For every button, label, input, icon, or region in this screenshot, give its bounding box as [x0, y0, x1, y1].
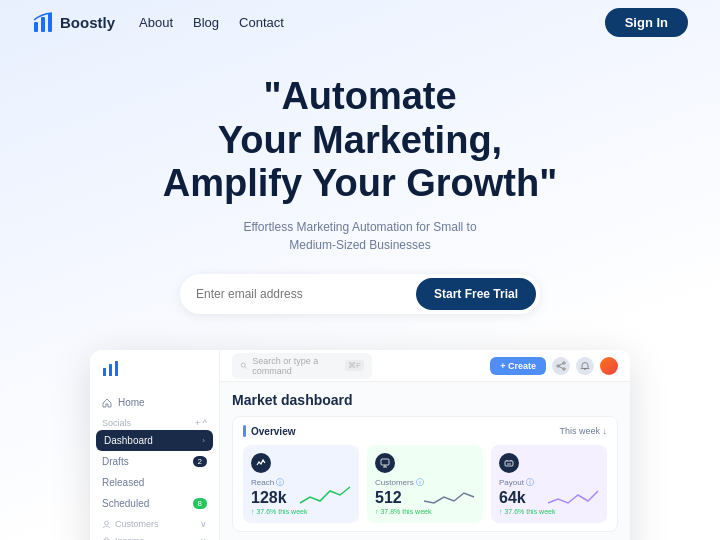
- search-icon: [240, 361, 247, 370]
- svg-point-11: [557, 364, 559, 366]
- metric-card-customers: Customers ⓘ 512 ↑ 37.8% this week: [367, 445, 483, 523]
- svg-point-6: [105, 521, 109, 525]
- logo-icon: [32, 12, 54, 34]
- dashboard-preview: Home Socials + ^ Dashboard › Drafts 2 Re…: [90, 350, 630, 540]
- search-placeholder: Search or type a command: [252, 356, 340, 376]
- sign-in-button[interactable]: Sign In: [605, 8, 688, 37]
- share-icon[interactable]: [552, 357, 570, 375]
- chevron-right-icon: ›: [202, 436, 205, 445]
- svg-line-14: [559, 366, 563, 368]
- home-icon: [102, 398, 112, 408]
- navbar-left: Boostly About Blog Contact: [32, 12, 284, 34]
- metric-card-payout: Payout ⓘ 64k ↑ 37.6% this week: [491, 445, 607, 523]
- this-week-selector[interactable]: This week ↓: [559, 426, 607, 436]
- dash-logo-icon: [102, 360, 120, 378]
- nav-contact[interactable]: Contact: [239, 15, 284, 30]
- sidebar-item-scheduled[interactable]: Scheduled 8: [90, 493, 219, 514]
- customers-metric-icon: [375, 453, 395, 473]
- dashboard-title: Market dashboard: [232, 392, 618, 408]
- payout-icon: [504, 458, 514, 468]
- dash-inner: Home Socials + ^ Dashboard › Drafts 2 Re…: [90, 350, 630, 540]
- svg-line-9: [245, 367, 247, 369]
- user-avatar[interactable]: [600, 357, 618, 375]
- svg-point-8: [241, 363, 245, 367]
- sidebar-item-dashboard[interactable]: Dashboard ›: [96, 430, 213, 451]
- sidebar-income-section[interactable]: Income ∨: [90, 531, 219, 540]
- monitor-icon: [380, 458, 390, 468]
- svg-rect-15: [381, 459, 389, 465]
- metrics-row: Reach ⓘ 128k ↑ 37.6% this week: [243, 445, 607, 523]
- customers-icon: [102, 520, 111, 529]
- dash-logo: [90, 360, 219, 392]
- nav-about[interactable]: About: [139, 15, 173, 30]
- navbar: Boostly About Blog Contact Sign In: [0, 0, 720, 45]
- metric-card-reach: Reach ⓘ 128k ↑ 37.6% this week: [243, 445, 359, 523]
- dash-main: Search or type a command ⌘F + Create: [220, 350, 630, 540]
- dash-topbar: Search or type a command ⌘F + Create: [220, 350, 630, 382]
- svg-rect-4: [109, 364, 112, 376]
- search-kbd: ⌘F: [345, 360, 364, 371]
- sidebar-item-drafts[interactable]: Drafts 2: [90, 451, 219, 472]
- hero-subtitle: Effortless Marketing Automation for Smal…: [20, 218, 700, 254]
- svg-point-10: [563, 361, 565, 363]
- sidebar-item-released[interactable]: Released: [90, 472, 219, 493]
- nav-links: About Blog Contact: [139, 15, 284, 30]
- nav-blog[interactable]: Blog: [193, 15, 219, 30]
- hero-title: "Automate Your Marketing, Amplify Your G…: [20, 75, 700, 206]
- scheduled-badge: 8: [193, 498, 207, 509]
- search-box[interactable]: Search or type a command ⌘F: [232, 353, 372, 379]
- svg-rect-18: [505, 461, 513, 466]
- sidebar-item-home[interactable]: Home: [90, 392, 219, 413]
- topbar-right: + Create: [490, 357, 618, 375]
- payout-metric-icon: [499, 453, 519, 473]
- svg-rect-2: [48, 13, 52, 32]
- svg-rect-0: [34, 22, 38, 32]
- logo-text: Boostly: [60, 14, 115, 31]
- overview-section: Overview This week ↓ Reach ⓘ: [232, 416, 618, 532]
- activity-icon: [256, 458, 266, 468]
- start-trial-button[interactable]: Start Free Trial: [416, 278, 536, 310]
- overview-label: Overview: [243, 425, 295, 437]
- hero-cta-form: Start Free Trial: [180, 274, 540, 314]
- overview-header: Overview This week ↓: [243, 425, 607, 437]
- dash-content: Market dashboard Overview This week ↓: [220, 382, 630, 540]
- customers-chart: [424, 483, 479, 515]
- reach-chart: [300, 483, 355, 515]
- sidebar-socials-section: Socials + ^: [90, 413, 219, 430]
- dash-sidebar: Home Socials + ^ Dashboard › Drafts 2 Re…: [90, 350, 220, 540]
- bell-icon[interactable]: [576, 357, 594, 375]
- income-icon: [102, 537, 111, 540]
- svg-point-12: [563, 367, 565, 369]
- hero-section: "Automate Your Marketing, Amplify Your G…: [0, 45, 720, 334]
- svg-rect-5: [115, 361, 118, 376]
- logo[interactable]: Boostly: [32, 12, 115, 34]
- svg-line-13: [559, 363, 563, 365]
- svg-rect-1: [41, 17, 45, 32]
- reach-metric-icon: [251, 453, 271, 473]
- email-input[interactable]: [196, 287, 416, 301]
- create-button[interactable]: + Create: [490, 357, 546, 375]
- drafts-badge: 2: [193, 456, 207, 467]
- sidebar-customers-section[interactable]: Customers ∨: [90, 514, 219, 531]
- svg-rect-3: [103, 368, 106, 376]
- payout-chart: [548, 483, 603, 515]
